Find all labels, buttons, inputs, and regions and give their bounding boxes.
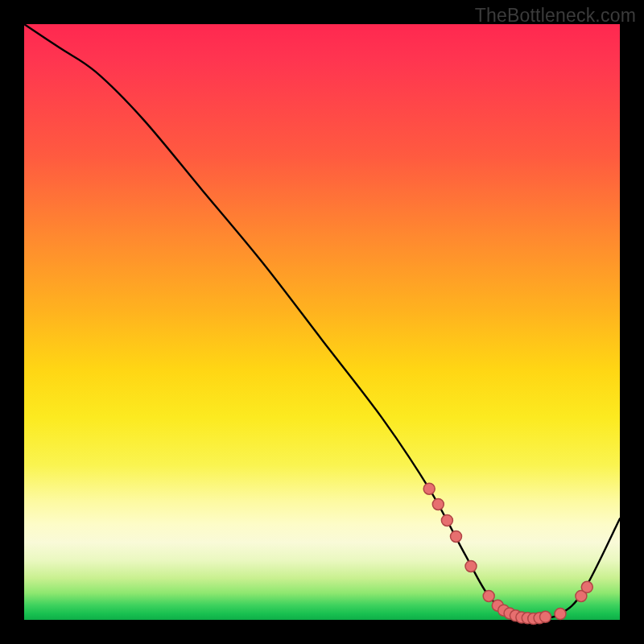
- data-marker: [451, 530, 462, 542]
- plot-area: [24, 24, 620, 620]
- data-marker: [441, 514, 452, 526]
- data-marker: [540, 611, 551, 622]
- curve-layer: [24, 24, 620, 620]
- data-marker: [581, 581, 592, 592]
- chart-stage: TheBottleneck.com: [0, 0, 644, 644]
- data-marker: [555, 609, 566, 620]
- watermark-text: TheBottleneck.com: [475, 5, 636, 27]
- bottleneck-curve: [24, 24, 620, 619]
- data-marker: [465, 560, 477, 572]
- data-marker: [432, 498, 444, 510]
- data-marker: [423, 483, 435, 494]
- data-marker: [483, 590, 494, 601]
- marker-group: [423, 483, 592, 624]
